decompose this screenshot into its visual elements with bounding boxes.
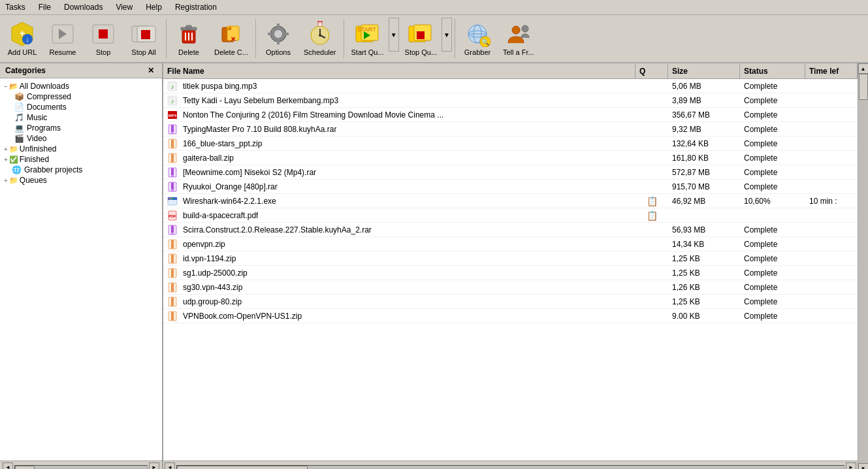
menu-tasks[interactable]: Tasks <box>3 1 28 13</box>
category-compressed[interactable]: 📦 Compressed <box>13 91 159 102</box>
file-type-icon: MP4 <box>167 110 178 120</box>
stop-queue-button[interactable]: Stop Qu... <box>400 18 442 59</box>
hscroll-left-button[interactable]: ◄ <box>165 462 175 470</box>
start-queue-button[interactable]: START Start Qu... <box>347 18 389 59</box>
stop-all-button[interactable]: Stop All <box>124 18 163 59</box>
svg-rect-13 <box>186 25 191 28</box>
scroll-track[interactable] <box>14 465 148 470</box>
table-row[interactable]: id.vpn-1194.zip 1,25 KB Complete <box>163 251 858 266</box>
grabber-button[interactable]: 🔍 Grabber <box>458 18 497 59</box>
table-row[interactable]: sg1.udp-25000.zip 1,25 KB Complete <box>163 266 858 280</box>
categories-header: Categories ✕ <box>0 63 162 78</box>
start-queue-dropdown[interactable]: ▼ <box>389 18 399 52</box>
unfinished-expander[interactable]: + <box>4 146 8 153</box>
cell-queue <box>635 79 668 93</box>
filename-text: gaitera-ball.zip <box>183 154 234 163</box>
column-header-q[interactable]: Q <box>635 63 668 78</box>
categories-close-button[interactable]: ✕ <box>145 66 157 75</box>
menu-downloads[interactable]: Downloads <box>61 1 105 13</box>
category-finished[interactable]: + ✅ Finished <box>3 154 159 165</box>
category-unfinished[interactable]: + 📁 Unfinished <box>3 144 159 154</box>
table-row[interactable]: MP4 Nonton The Conjuring 2 (2016) Film S… <box>163 108 858 122</box>
menu-registration[interactable]: Registration <box>172 1 219 13</box>
scheduler-icon: ⏰ <box>307 21 333 47</box>
add-url-icon: + ↓ <box>9 21 35 47</box>
hscroll-track[interactable] <box>176 465 844 470</box>
svg-text:START: START <box>357 26 376 33</box>
cell-size: 3,89 MB <box>668 93 740 107</box>
scheduler-button[interactable]: ⏰ Scheduler <box>299 18 341 59</box>
resume-icon <box>50 21 76 47</box>
menu-help[interactable]: Help <box>143 1 165 13</box>
table-row[interactable]: sg30.vpn-443.zip 1,26 KB Complete <box>163 280 858 295</box>
column-header-size[interactable]: Size <box>668 63 740 78</box>
category-grabber-projects[interactable]: 🌐 Grabber projects <box>3 165 159 175</box>
table-row[interactable]: openvpn.zip 14,34 KB Complete <box>163 237 858 251</box>
compressed-icon: 📦 <box>14 92 24 101</box>
queues-expander[interactable]: + <box>4 177 8 184</box>
svg-text:×: × <box>231 34 236 44</box>
table-body[interactable]: ♪ titiek puspa bing.mp3 5,06 MB Complete… <box>163 79 858 461</box>
category-root[interactable]: − 📂 All Downloads <box>3 81 159 91</box>
scroll-left-button[interactable]: ◄ <box>3 462 13 470</box>
cell-size: 915,70 MB <box>668 180 740 193</box>
menu-file[interactable]: File <box>36 1 54 13</box>
file-type-icon <box>167 138 178 149</box>
svg-point-93 <box>169 198 170 199</box>
category-video[interactable]: 🎬 Video <box>13 133 159 144</box>
cell-status: Complete <box>740 295 805 308</box>
column-header-timeleft[interactable]: Time lef <box>805 63 858 78</box>
tell-friend-button[interactable]: Tell a Fr... <box>498 18 539 59</box>
category-documents[interactable]: 📄 Documents <box>13 102 159 112</box>
cell-status: Complete <box>740 280 805 294</box>
cell-status: Complete <box>740 165 805 179</box>
cell-queue <box>635 108 668 121</box>
left-panel-scrollbar: ◄ ► <box>0 461 162 469</box>
delete-button[interactable]: Delete <box>169 18 208 59</box>
column-header-filename[interactable]: File Name <box>163 63 635 78</box>
filename-text: sg30.vpn-443.zip <box>183 283 242 292</box>
svg-text:PDF: PDF <box>169 214 176 218</box>
grabber-label: Grabber <box>464 48 490 56</box>
table-row[interactable]: [Meownime.com] Nisekoi S2 (Mp4).rar 572,… <box>163 165 858 180</box>
right-scrollbar: ▲ ▼ <box>858 63 868 469</box>
queues-folder-icon: 📁 <box>9 176 18 185</box>
root-expander[interactable]: − <box>4 83 8 90</box>
category-queues[interactable]: + 📁 Queues <box>3 175 159 186</box>
hscroll-right-button[interactable]: ► <box>846 462 856 470</box>
stop-queue-dropdown[interactable]: ▼ <box>442 18 452 52</box>
table-row[interactable]: ♪ Tetty Kadi - Layu Sebelum Berkembang.m… <box>163 93 858 108</box>
cell-queue <box>635 165 668 179</box>
svg-rect-7 <box>99 29 108 39</box>
table-row[interactable]: Scirra.Construct.2.0.Release.227.Stable.… <box>163 223 858 237</box>
table-row[interactable]: Wireshark-win64-2.2.1.exe 📋 46,92 MB 10,… <box>163 194 858 208</box>
cell-filename: sg30.vpn-443.zip <box>163 280 635 294</box>
table-row[interactable]: PDF build-a-spacecraft.pdf 📋 <box>163 208 858 223</box>
table-row[interactable]: gaitera-ball.zip 161,80 KB Complete <box>163 151 858 165</box>
table-row[interactable]: ♪ titiek puspa bing.mp3 5,06 MB Complete <box>163 79 858 93</box>
toolbar-separator-4 <box>455 19 455 58</box>
column-header-status[interactable]: Status <box>740 63 805 78</box>
cell-status: Complete <box>740 93 805 107</box>
scroll-right-button[interactable]: ► <box>149 462 159 470</box>
stop-button[interactable]: Stop <box>84 18 123 59</box>
table-row[interactable]: TypingMaster Pro 7.10 Build 808.kuyhAa.r… <box>163 122 858 137</box>
category-music[interactable]: 🎵 Music <box>13 112 159 123</box>
svg-point-23 <box>274 30 282 38</box>
options-button[interactable]: Options <box>259 18 298 59</box>
add-url-button[interactable]: + ↓ Add URL <box>3 18 42 59</box>
table-area: File Name Q Size Status Time lef <box>163 63 858 469</box>
menu-view[interactable]: View <box>113 1 135 13</box>
resume-button[interactable]: Resume <box>43 18 82 59</box>
delete-completed-button[interactable]: × Delete C... <box>210 18 253 59</box>
finished-expander[interactable]: + <box>4 156 8 163</box>
table-row[interactable]: VPNBook.com-OpenVPN-US1.zip 9.00 KB Comp… <box>163 309 858 323</box>
table-row[interactable]: Ryuukoi_Orange [480p].rar 915,70 MB Comp… <box>163 180 858 194</box>
vscroll-track[interactable] <box>858 74 868 463</box>
vscroll-down-button[interactable]: ▼ <box>858 463 869 469</box>
cell-size: 1,25 KB <box>668 295 740 308</box>
category-programs[interactable]: 💻 Programs <box>13 123 159 133</box>
table-row[interactable]: 166_blue-stars_ppt.zip 132,64 KB Complet… <box>163 137 858 151</box>
table-row[interactable]: udp.group-80.zip 1,25 KB Complete <box>163 295 858 309</box>
vscroll-up-button[interactable]: ▲ <box>858 63 869 74</box>
